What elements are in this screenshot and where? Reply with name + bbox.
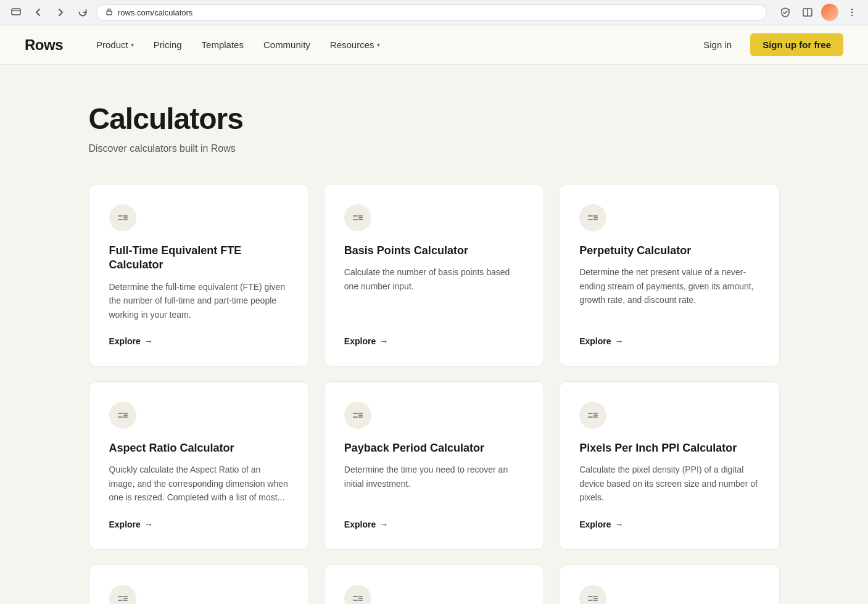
nav-community[interactable]: Community [255, 35, 319, 55]
explore-link-ppi[interactable]: Explore → [579, 519, 759, 529]
cards-grid: Full-Time Equivalent FTE Calculator Dete… [89, 184, 780, 604]
browser-controls: rows.com/calculators [0, 0, 868, 25]
arrow-icon: → [379, 336, 388, 346]
card-icon-cac-ltv [109, 585, 136, 604]
page: Rows Product ▾ Pricing Templates Communi… [0, 25, 868, 604]
explore-link-fte[interactable]: Explore → [109, 336, 289, 346]
card-basis-points[interactable]: Basis Points Calculator Calculate the nu… [324, 184, 544, 366]
user-avatar[interactable] [821, 4, 838, 21]
logo[interactable]: Rows [25, 36, 63, 54]
tab-strip-button[interactable] [7, 4, 25, 21]
card-fte[interactable]: Full-Time Equivalent FTE Calculator Dete… [89, 184, 309, 366]
card-icon-confidence-interval [579, 585, 606, 604]
chevron-down-icon: ▾ [131, 41, 134, 48]
svg-rect-2 [107, 11, 112, 15]
card-title-aspect-ratio: Aspect Ratio Calculator [109, 441, 289, 455]
card-post-money[interactable]: Post-money Valuation Calculator Determin… [324, 565, 544, 604]
arrow-icon: → [379, 519, 388, 529]
page-title: Calculators [89, 102, 780, 136]
card-icon-ppi [579, 402, 606, 429]
arrow-icon: → [615, 336, 624, 346]
nav-links: Product ▾ Pricing Templates Community Re… [88, 35, 695, 55]
chevron-down-icon: ▾ [377, 41, 380, 48]
card-desc-payback-period: Determine the time you need to recover a… [344, 463, 524, 504]
browser-chrome: rows.com/calculators [0, 0, 868, 25]
card-icon-basis-points [344, 204, 371, 231]
card-payback-period[interactable]: Payback Period Calculator Determine the … [324, 381, 544, 550]
url-text: rows.com/calculators [118, 8, 192, 17]
explore-link-basis-points[interactable]: Explore → [344, 336, 524, 346]
card-icon-payback-period [344, 402, 371, 429]
card-title-perpetuity: Perpetuity Calculator [579, 244, 759, 258]
explore-link-perpetuity[interactable]: Explore → [579, 336, 759, 346]
svg-point-6 [851, 12, 853, 14]
main-content: Calculators Discover calculators built i… [64, 65, 804, 604]
card-desc-fte: Determine the full-time equivalent (FTE)… [109, 280, 289, 321]
card-ppi[interactable]: Pixels Per Inch PPI Calculator Calculate… [559, 381, 779, 550]
card-title-basis-points: Basis Points Calculator [344, 244, 524, 258]
navbar: Rows Product ▾ Pricing Templates Communi… [0, 25, 868, 65]
shield-button[interactable] [777, 4, 794, 21]
forward-button[interactable] [52, 4, 69, 21]
card-desc-basis-points: Calculate the number of basis points bas… [344, 265, 524, 321]
svg-point-5 [851, 9, 853, 10]
card-desc-aspect-ratio: Quickly calculate the Aspect Ratio of an… [109, 463, 289, 504]
explore-link-aspect-ratio[interactable]: Explore → [109, 519, 289, 529]
browser-actions [777, 4, 861, 21]
explore-link-payback-period[interactable]: Explore → [344, 519, 524, 529]
nav-templates[interactable]: Templates [193, 35, 252, 55]
arrow-icon: → [144, 519, 153, 529]
sign-up-button[interactable]: Sign up for free [750, 33, 843, 56]
card-icon-post-money [344, 585, 371, 604]
card-confidence-interval[interactable]: Confidence Interval Calculator Calculate… [559, 565, 779, 604]
back-button[interactable] [30, 4, 47, 21]
svg-point-7 [851, 15, 853, 17]
card-icon-aspect-ratio [109, 402, 136, 429]
card-title-payback-period: Payback Period Calculator [344, 441, 524, 455]
card-cac-ltv[interactable]: CAC LTV Ratio Quickly calculate the CAC … [89, 565, 309, 604]
arrow-icon: → [144, 336, 153, 346]
menu-button[interactable] [843, 4, 861, 21]
card-aspect-ratio[interactable]: Aspect Ratio Calculator Quickly calculat… [89, 381, 309, 550]
nav-actions: Sign in Sign up for free [695, 33, 843, 56]
lock-icon [105, 8, 113, 17]
svg-rect-0 [12, 9, 20, 15]
card-icon-fte [109, 204, 136, 231]
card-perpetuity[interactable]: Perpetuity Calculator Determine the net … [559, 184, 779, 366]
nav-resources[interactable]: Resources ▾ [321, 35, 389, 55]
arrow-icon: → [615, 519, 624, 529]
card-desc-ppi: Calculate the pixel density (PPI) of a d… [579, 463, 759, 504]
address-bar[interactable]: rows.com/calculators [96, 4, 767, 21]
sign-in-button[interactable]: Sign in [695, 35, 740, 55]
split-view-button[interactable] [799, 4, 816, 21]
card-title-ppi: Pixels Per Inch PPI Calculator [579, 441, 759, 455]
reload-button[interactable] [74, 4, 91, 21]
page-subtitle: Discover calculators built in Rows [89, 143, 780, 154]
card-desc-perpetuity: Determine the net present value of a nev… [579, 265, 759, 321]
nav-product[interactable]: Product ▾ [88, 35, 143, 55]
nav-pricing[interactable]: Pricing [145, 35, 191, 55]
card-icon-perpetuity [579, 204, 606, 231]
card-title-fte: Full-Time Equivalent FTE Calculator [109, 244, 289, 273]
